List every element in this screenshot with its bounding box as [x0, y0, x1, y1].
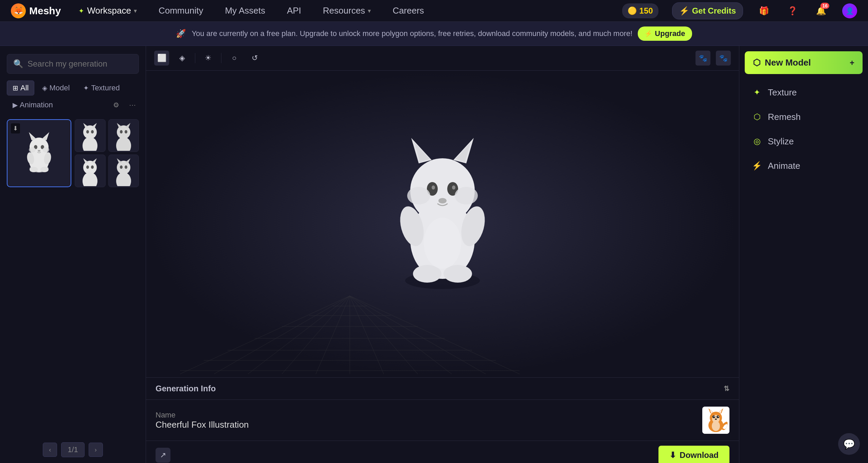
filter-tab-textured-label: Textured	[91, 84, 120, 92]
view-wireframe-tool[interactable]: ◈	[175, 51, 189, 66]
gen-info-header[interactable]: Generation Info ⇅	[146, 378, 739, 400]
viewport-toolbar: ⬜ ◈ ☀ ○ ↺ 🐾 🐾	[146, 46, 739, 71]
svg-point-9	[38, 150, 40, 152]
gift-button[interactable]: 🎁	[757, 3, 772, 18]
remesh-icon: ⬡	[752, 111, 762, 122]
nav-community[interactable]: Community	[155, 3, 207, 19]
all-grid-icon: ⊞	[13, 84, 18, 92]
texture-icon: ✦	[752, 87, 762, 98]
svg-point-71	[455, 187, 478, 204]
generation-info-panel: Generation Info ⇅ Name Cheerful Fox Illu…	[146, 377, 739, 441]
share-icon: ↗	[160, 451, 166, 460]
logo-icon: 🦊	[11, 3, 26, 18]
asset-sub-item-4[interactable]	[108, 155, 139, 187]
svg-line-53	[350, 296, 384, 374]
filter-tab-animation[interactable]: ▶ Animation	[7, 97, 59, 112]
nav-careers[interactable]: Careers	[388, 3, 428, 19]
svg-point-38	[125, 165, 127, 169]
filter-tab-textured[interactable]: ✦ Textured	[77, 81, 125, 95]
prev-page-button[interactable]: ‹	[43, 443, 57, 457]
nav-workspace[interactable]: ✦ Workspace ▾	[74, 3, 141, 19]
new-model-button[interactable]: ⬡ New Model +	[745, 51, 863, 74]
chat-bubble-button[interactable]: 💬	[838, 433, 860, 455]
svg-point-70	[407, 187, 430, 204]
svg-marker-36	[125, 158, 130, 163]
toolbar-divider-2	[221, 53, 221, 63]
svg-line-49	[248, 296, 350, 374]
view-orbit-tool[interactable]: ○	[227, 51, 242, 66]
download-button[interactable]: ⬇ Download	[658, 446, 729, 463]
svg-point-33	[83, 172, 97, 186]
svg-point-19	[86, 130, 89, 133]
rocket-icon: 🚀	[176, 29, 186, 38]
view-lighting-tool[interactable]: ☀	[201, 51, 216, 66]
svg-line-56	[350, 296, 486, 374]
expand-icon: ⇅	[724, 385, 729, 393]
get-credits-button[interactable]: ⚡ Get Credits	[672, 2, 743, 19]
next-page-button[interactable]: ›	[89, 443, 103, 457]
svg-point-27	[116, 137, 131, 151]
upgrade-button[interactable]: ⚡ Upgrade	[638, 26, 692, 41]
user-avatar[interactable]: 👤	[842, 3, 857, 18]
asset-sub-item-3[interactable]	[75, 155, 106, 187]
new-model-label: New Model	[765, 57, 811, 68]
svg-point-13	[40, 167, 49, 172]
texture-menu-item[interactable]: ✦ Texture	[742, 81, 865, 104]
svg-point-39	[116, 172, 131, 186]
stylize-label: Stylize	[768, 136, 794, 147]
animate-menu-item[interactable]: ⚡ Animate	[742, 154, 865, 177]
viewport-area: ⬜ ◈ ☀ ○ ↺ 🐾 🐾	[146, 46, 739, 463]
nav-careers-label: Careers	[393, 5, 424, 16]
nav-api[interactable]: API	[283, 3, 305, 19]
svg-point-20	[91, 130, 94, 133]
svg-marker-17	[83, 123, 89, 128]
search-box[interactable]: 🔍	[7, 54, 139, 74]
share-filter-button[interactable]: ⋯	[126, 99, 139, 111]
svg-point-10	[29, 147, 36, 153]
animate-label: Animate	[768, 161, 800, 171]
asset-item-main[interactable]: ⬇	[7, 119, 71, 187]
search-input[interactable]	[28, 59, 132, 69]
share-button[interactable]: ↗	[156, 448, 170, 463]
model-icon: ◈	[42, 84, 47, 92]
svg-line-54	[350, 296, 418, 374]
filter-button[interactable]: ⚙	[110, 99, 123, 111]
download-icon: ⬇	[669, 450, 676, 460]
right-panel: ⬡ New Model + ✦ Texture ⬡ Remesh ◎ Styli…	[739, 46, 868, 463]
nav-my-assets[interactable]: My Assets	[221, 3, 269, 19]
svg-point-89	[715, 419, 717, 420]
svg-marker-30	[91, 158, 97, 163]
svg-point-21	[83, 137, 97, 151]
asset-fox-preview-main	[19, 129, 59, 177]
notification-button[interactable]: 🔔 16	[814, 3, 829, 18]
svg-point-90	[712, 421, 720, 431]
view-perspective-tool[interactable]: ⬜	[154, 51, 169, 66]
remesh-menu-item[interactable]: ⬡ Remesh	[742, 105, 865, 128]
fox-reference-thumbnail	[702, 407, 729, 434]
bottom-action-bar: ↗ ⬇ Download	[146, 441, 739, 463]
view-reset-tool[interactable]: ↺	[247, 51, 262, 66]
asset-sub-item-2[interactable]	[108, 119, 139, 152]
nav-workspace-label: Workspace	[87, 5, 131, 16]
logo[interactable]: 🦊 Meshy	[11, 3, 61, 18]
filter-tab-model[interactable]: ◈ Model	[36, 81, 75, 95]
viewport-option-2[interactable]: 🐾	[716, 51, 731, 66]
nav-resources[interactable]: Resources ▾	[319, 3, 375, 19]
svg-point-12	[30, 167, 38, 172]
viewport-option-1[interactable]: 🐾	[695, 51, 710, 66]
left-sidebar: 🔍 ⊞ All ◈ Model ✦ Textured ▶ Animation ⚙	[0, 46, 146, 463]
3d-canvas[interactable]	[146, 71, 739, 377]
fox-3d-model	[375, 128, 510, 293]
download-button-label: Download	[680, 450, 719, 460]
svg-point-76	[424, 218, 461, 269]
help-button[interactable]: ❓	[785, 3, 800, 18]
search-icon: 🔍	[13, 59, 23, 69]
stylize-menu-item[interactable]: ◎ Stylize	[742, 130, 865, 153]
filter-tab-all[interactable]: ⊞ All	[7, 81, 34, 95]
svg-point-69	[438, 198, 447, 203]
filter-tabs: ⊞ All ◈ Model ✦ Textured ▶ Animation ⚙ ⋯	[7, 81, 139, 112]
asset-sub-item-1[interactable]	[75, 119, 106, 152]
page-label: 1/1	[68, 445, 78, 454]
svg-marker-18	[91, 123, 97, 128]
toolbar-divider	[195, 53, 195, 63]
